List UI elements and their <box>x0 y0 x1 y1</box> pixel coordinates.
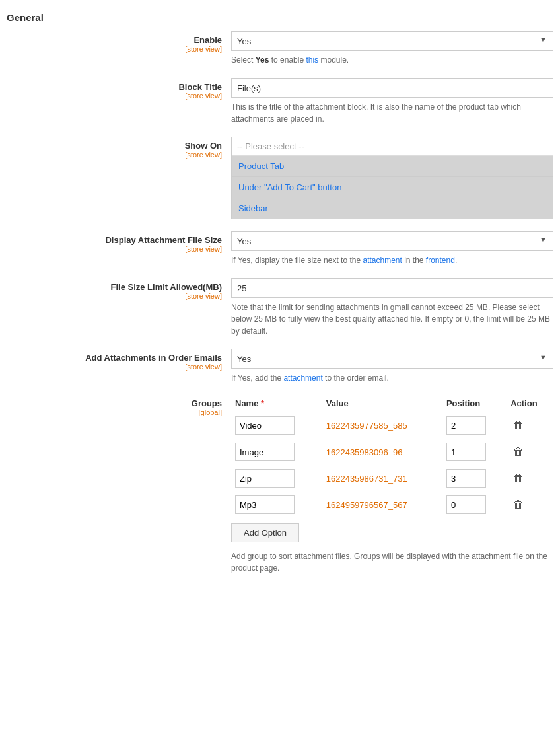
order-emails-select[interactable]: Yes No <box>231 349 553 369</box>
order-emails-hint: If Yes, add the attachment to the order … <box>231 372 553 384</box>
order-emails-label: Add Attachments in Order Emails [store v… <box>7 349 231 371</box>
delete-row-button[interactable]: 🗑 <box>510 418 526 433</box>
col-position: Position <box>442 396 507 412</box>
block-title-input[interactable] <box>231 78 553 98</box>
group-value: 1624959796567_567 <box>326 500 407 510</box>
show-on-multiselect[interactable]: -- Please select -- Product Tab Under "A… <box>231 137 553 219</box>
group-position-input[interactable] <box>446 469 486 488</box>
display-file-size-control: Yes No If Yes, display the file size nex… <box>231 231 553 266</box>
order-emails-control: Yes No If Yes, add the attachment to the… <box>231 349 553 384</box>
group-name-input[interactable] <box>235 495 295 514</box>
groups-section: Groups [global] Name Value Position Acti… <box>7 396 553 574</box>
file-size-limit-hint: Note that the limit for sending attachme… <box>231 301 553 337</box>
groups-control: Name Value Position Action 1622435977585… <box>231 396 553 574</box>
file-size-limit-control: Note that the limit for sending attachme… <box>231 278 553 337</box>
show-on-row: Show On [store view] -- Please select --… <box>7 137 553 219</box>
table-row: 1622435983096_96 🗑 <box>231 439 553 465</box>
groups-table: Name Value Position Action 1622435977585… <box>231 396 553 518</box>
display-file-size-hint: If Yes, display the file size next to th… <box>231 254 553 266</box>
enable-hint: Select Yes to enable this module. <box>231 54 553 66</box>
order-emails-row: Add Attachments in Order Emails [store v… <box>7 349 553 384</box>
group-value: 1622435983096_96 <box>326 447 403 457</box>
group-name-input[interactable] <box>235 443 295 461</box>
group-name-input[interactable] <box>235 469 295 488</box>
show-on-option-add-to-cart[interactable]: Under "Add To Cart" button <box>232 177 553 198</box>
group-value: 1622435986731_731 <box>326 474 407 484</box>
delete-row-button[interactable]: 🗑 <box>510 445 526 459</box>
group-position-input[interactable] <box>446 416 486 435</box>
group-name-input[interactable] <box>235 416 295 435</box>
show-on-option-product-tab[interactable]: Product Tab <box>232 156 553 177</box>
display-file-size-row: Display Attachment File Size [store view… <box>7 231 553 266</box>
block-title-label: Block Title [store view] <box>7 78 231 100</box>
page-title: General <box>0 0 560 31</box>
block-title-hint: This is the title of the attachment bloc… <box>231 101 553 125</box>
file-size-limit-input[interactable] <box>231 278 553 298</box>
groups-label: Groups [global] <box>7 396 231 416</box>
show-on-label: Show On [store view] <box>7 137 231 159</box>
enable-control: Yes No Select Yes to enable this module. <box>231 31 553 66</box>
col-action: Action <box>507 396 553 412</box>
display-file-size-select[interactable]: Yes No <box>231 231 553 251</box>
show-on-control: -- Please select -- Product Tab Under "A… <box>231 137 553 219</box>
table-row: 1624959796567_567 🗑 <box>231 492 553 518</box>
display-file-size-label: Display Attachment File Size [store view… <box>7 231 231 253</box>
file-size-limit-label: File Size Limit Allowed(MB) [store view] <box>7 278 231 300</box>
delete-row-button[interactable]: 🗑 <box>510 471 526 486</box>
show-on-option-sidebar[interactable]: Sidebar <box>232 198 553 219</box>
group-position-input[interactable] <box>446 495 486 514</box>
group-value: 1622435977585_585 <box>326 421 407 431</box>
col-name: Name <box>231 396 322 412</box>
enable-label: Enable [store view] <box>7 31 231 53</box>
enable-row: Enable [store view] Yes No Select Yes to… <box>7 31 553 66</box>
col-value: Value <box>322 396 442 412</box>
add-option-button[interactable]: Add Option <box>231 523 299 542</box>
block-title-row: Block Title [store view] This is the tit… <box>7 78 553 125</box>
enable-select[interactable]: Yes No <box>231 31 553 51</box>
file-size-limit-row: File Size Limit Allowed(MB) [store view]… <box>7 278 553 337</box>
groups-note: Add group to sort attachment files. Grou… <box>231 550 553 574</box>
table-row: 1622435986731_731 🗑 <box>231 465 553 492</box>
show-on-placeholder: -- Please select -- <box>232 137 553 156</box>
block-title-control: This is the title of the attachment bloc… <box>231 78 553 125</box>
table-row: 1622435977585_585 🗑 <box>231 412 553 439</box>
delete-row-button[interactable]: 🗑 <box>510 497 526 512</box>
group-position-input[interactable] <box>446 443 486 461</box>
